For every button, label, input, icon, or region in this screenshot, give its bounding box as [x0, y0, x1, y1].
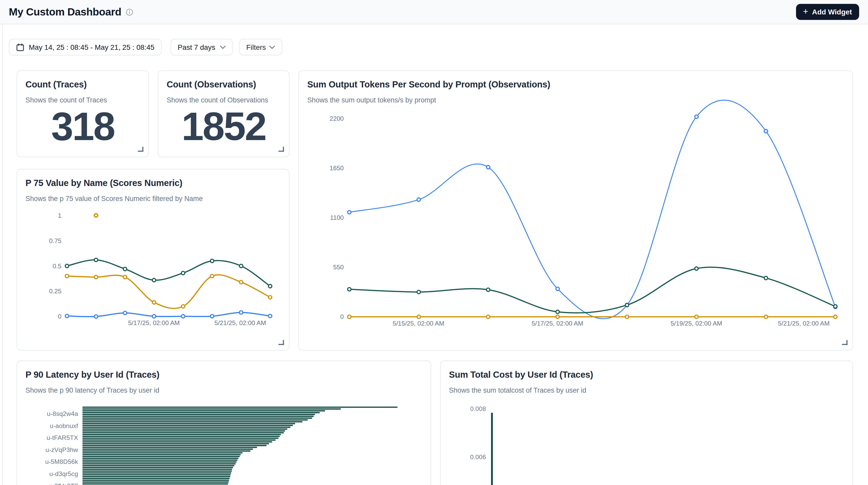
svg-text:1: 1 — [58, 212, 62, 219]
svg-text:u-5M8D56k: u-5M8D56k — [45, 458, 78, 465]
content-left-border — [2, 24, 3, 485]
range-preset-select[interactable]: Past 7 days — [170, 39, 233, 55]
widget-count-observations: Count (Observations) Shows the count of … — [158, 70, 289, 157]
page-header: My Custom Dashboard + Add Widget — [0, 0, 868, 24]
svg-text:1650: 1650 — [330, 164, 344, 172]
svg-text:0: 0 — [340, 313, 344, 320]
widget-subtitle: Shows the count of Observations — [166, 96, 281, 104]
widget-total-cost: Sum Total Cost by User Id (Traces) Shows… — [440, 360, 853, 485]
widget-subtitle: Shows the count of Traces — [26, 96, 140, 104]
svg-text:u-zVqP3hw: u-zVqP3hw — [45, 446, 78, 453]
svg-text:5/19/25, 02:00 AM: 5/19/25, 02:00 AM — [671, 320, 722, 327]
svg-text:0.006: 0.006 — [470, 454, 486, 460]
widget-p75-by-name: P 75 Value by Name (Scores Numeric) Show… — [17, 169, 289, 351]
resize-handle[interactable] — [279, 340, 284, 345]
widget-tokens-by-prompt: Sum Output Tokens Per Second by Prompt (… — [298, 70, 853, 351]
svg-text:5/21/25, 02:00 AM: 5/21/25, 02:00 AM — [778, 320, 830, 327]
svg-text:1100: 1100 — [330, 214, 344, 221]
svg-text:5/17/25, 02:00 AM: 5/17/25, 02:00 AM — [128, 320, 180, 326]
svg-text:2200: 2200 — [330, 115, 344, 122]
svg-text:550: 550 — [333, 264, 344, 271]
date-range-picker[interactable]: May 14, 25 : 08:45 - May 21, 25 : 08:45 — [9, 39, 161, 55]
tokens-by-prompt-line-chart: 05501100165022005/15/25, 02:00 AM5/17/25… — [299, 71, 853, 351]
resize-handle[interactable] — [279, 147, 284, 152]
svg-text:u-tFAR5TX: u-tFAR5TX — [47, 434, 78, 441]
widget-p90-latency: P 90 Latency by User Id (Traces) Shows t… — [17, 360, 431, 485]
dashboard-page: My Custom Dashboard + Add Widget May 1 — [0, 0, 868, 485]
widget-count-traces: Count (Traces) Shows the count of Traces… — [17, 70, 149, 157]
resize-handle[interactable] — [138, 147, 144, 152]
svg-text:0.008: 0.008 — [470, 405, 486, 412]
svg-text:0.5: 0.5 — [53, 263, 61, 270]
filter-toolbar: May 14, 25 : 08:45 - May 21, 25 : 08:45 … — [9, 39, 282, 55]
count-observations-value: 1852 — [158, 106, 289, 146]
date-range-value: May 14, 25 : 08:45 - May 21, 25 : 08:45 — [29, 43, 154, 51]
p90-latency-bar-chart: u-8sq2w4au-aobnuxfu-tFAR5TXu-zVqP3hwu-5M… — [17, 361, 431, 485]
svg-text:5/21/25, 02:00 AM: 5/21/25, 02:00 AM — [215, 320, 266, 326]
svg-text:u-aobnuxf: u-aobnuxf — [50, 422, 78, 429]
svg-text:u-8sq2w4a: u-8sq2w4a — [47, 410, 78, 417]
range-preset-value: Past 7 days — [178, 43, 215, 51]
filters-button[interactable]: Filters — [239, 39, 282, 55]
widget-title: Count (Traces) — [26, 80, 140, 90]
widget-title: Count (Observations) — [166, 80, 281, 90]
chevron-down-icon — [269, 46, 275, 49]
svg-text:5/15/25, 02:00 AM: 5/15/25, 02:00 AM — [393, 320, 444, 327]
svg-text:u-d3qr5cg: u-d3qr5cg — [50, 470, 78, 477]
plus-icon: + — [803, 7, 808, 16]
svg-text:0.25: 0.25 — [49, 287, 61, 295]
calendar-icon — [16, 43, 24, 51]
p75-by-name-line-chart: 00.250.50.7515/17/25, 02:00 AM5/21/25, 0… — [17, 170, 289, 351]
svg-text:5/17/25, 02:00 AM: 5/17/25, 02:00 AM — [532, 320, 583, 327]
add-widget-button[interactable]: + Add Widget — [796, 4, 859, 20]
chevron-down-icon — [220, 46, 226, 49]
page-title: My Custom Dashboard — [9, 6, 121, 18]
svg-text:u-8fVa9T3: u-8fVa9T3 — [49, 482, 78, 485]
count-traces-value: 318 — [17, 106, 149, 146]
svg-text:0.75: 0.75 — [49, 237, 61, 244]
svg-text:0: 0 — [58, 313, 62, 320]
total-cost-bar-chart: 0.0080.006 — [441, 361, 853, 485]
add-widget-label: Add Widget — [812, 8, 852, 16]
resize-handle[interactable] — [842, 340, 847, 345]
info-icon[interactable] — [126, 8, 133, 16]
filters-label: Filters — [246, 43, 266, 51]
